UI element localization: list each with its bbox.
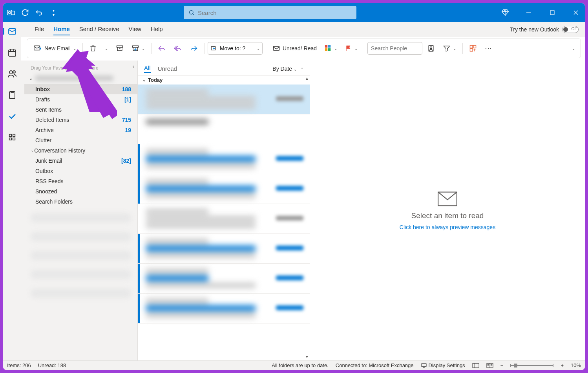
premium-icon[interactable] [499, 7, 511, 18]
scroll-up-icon[interactable]: ▲ [305, 76, 309, 81]
search-input[interactable] [198, 9, 352, 16]
moveto-combo[interactable]: Move to: ? ⌄ [208, 42, 263, 55]
menu-bar: File Home Send / Receive View Help Try t… [3, 22, 585, 37]
close-button[interactable] [570, 7, 582, 18]
group-today[interactable]: ⌄Today [138, 75, 310, 85]
delete-button[interactable] [86, 41, 100, 55]
svg-rect-24 [325, 48, 327, 51]
message-item[interactable] [138, 114, 310, 144]
svg-rect-22 [325, 45, 327, 48]
reply-all-button[interactable] [170, 41, 185, 55]
folder-junk-email[interactable]: Junk Email[82] [24, 156, 137, 166]
zoom-out-icon[interactable]: − [500, 362, 504, 368]
zoom-slider[interactable] [510, 365, 553, 366]
filter-all[interactable]: All [144, 64, 151, 73]
moveto-label: Move to: ? [220, 45, 254, 51]
tab-view[interactable]: View [129, 23, 141, 35]
reply-button[interactable] [155, 41, 169, 55]
message-item[interactable] [138, 204, 310, 234]
filter-unread[interactable]: Unread [158, 65, 177, 72]
search-people-input[interactable] [367, 42, 422, 55]
more-button[interactable]: ⋯ [482, 41, 495, 55]
outlook-logo-icon [6, 8, 16, 17]
zoom-level[interactable]: 10% [571, 362, 581, 368]
rail-mail-icon[interactable] [5, 27, 19, 36]
svg-rect-32 [422, 363, 426, 366]
reading-pane-title: Select an item to read [411, 211, 484, 220]
filter-button[interactable]: ⌄ [440, 41, 459, 55]
reading-pane-link[interactable]: Click here to always preview messages [400, 224, 495, 230]
tab-send-receive[interactable]: Send / Receive [79, 23, 119, 35]
svg-rect-0 [7, 10, 12, 15]
message-item[interactable] [138, 144, 310, 174]
folder-clutter[interactable]: Clutter [24, 135, 137, 145]
search-box[interactable] [184, 6, 356, 19]
view-normal-icon[interactable] [472, 363, 479, 368]
status-unread: Unread: 188 [38, 362, 66, 368]
rail-more-icon[interactable] [5, 133, 19, 141]
delete-dropdown[interactable]: ⌄ [102, 41, 111, 55]
message-item[interactable] [138, 174, 310, 204]
collapse-folder-pane-icon[interactable]: ‹ [133, 64, 134, 69]
message-item[interactable] [138, 85, 310, 114]
rail-calendar-icon[interactable] [5, 48, 19, 57]
archive-button[interactable] [113, 41, 127, 55]
categorize-button[interactable]: ⌄ [321, 41, 340, 55]
folder-sent-items[interactable]: Sent Items [24, 105, 137, 115]
folder-pane: ‹ Drag Your Favorite Folders Here ⌄ Inbo… [24, 61, 137, 360]
toggle-off-label: Off [572, 27, 577, 31]
zoom-in-icon[interactable]: + [561, 362, 564, 368]
svg-point-27 [430, 47, 432, 49]
rail-todo-icon[interactable] [5, 112, 19, 121]
rail-people-icon[interactable] [5, 69, 19, 79]
maximize-button[interactable] [546, 7, 558, 18]
svg-rect-21 [273, 46, 279, 50]
forward-button[interactable] [187, 41, 201, 55]
folder-search-folders[interactable]: Search Folders [24, 197, 137, 207]
scroll-down-icon[interactable]: ▼ [305, 355, 309, 359]
folder-outbox[interactable]: Outbox [24, 166, 137, 176]
unread-read-button[interactable]: Unread/ Read [269, 41, 320, 55]
folder-conversation-history[interactable]: ›Conversation History [24, 145, 137, 156]
view-reading-icon[interactable] [486, 363, 493, 368]
message-item[interactable] [138, 294, 310, 323]
folder-rss-feeds[interactable]: RSS Feeds [24, 176, 137, 186]
tab-file[interactable]: File [35, 23, 44, 35]
sync-icon[interactable] [20, 8, 30, 17]
folder-drafts[interactable]: Drafts[1] [24, 94, 137, 105]
minimize-button[interactable] [523, 7, 535, 18]
svg-point-1 [9, 11, 11, 14]
folder-snoozed[interactable]: Snoozed [24, 186, 137, 197]
flag-button[interactable]: ⌄ [342, 41, 361, 55]
sort-by-date[interactable]: By Date ⌄ [272, 66, 297, 72]
chevron-down-icon: ⌄ [73, 46, 76, 51]
folder-archive[interactable]: Archive19 [24, 125, 137, 135]
account-row[interactable]: ⌄ [24, 74, 137, 83]
tab-help[interactable]: Help [151, 23, 163, 35]
folder-deleted-items[interactable]: Deleted Items715 [24, 115, 137, 125]
svg-rect-30 [470, 49, 473, 51]
try-new-toggle[interactable]: Off [562, 26, 579, 33]
svg-point-10 [13, 71, 15, 73]
addin-button[interactable] [466, 41, 480, 55]
ribbon-collapse-icon[interactable]: ⌄ [572, 46, 575, 51]
qat-dropdown-icon[interactable]: ▾▾ [49, 8, 58, 17]
favorites-hint: Drag Your Favorite Folders Here [24, 62, 137, 74]
title-bar: ▾▾ [3, 3, 585, 22]
message-item[interactable] [138, 264, 310, 294]
move-button[interactable]: ⌄ [128, 41, 148, 55]
svg-rect-25 [328, 48, 331, 51]
rail-tasks-icon[interactable] [5, 90, 19, 100]
display-settings-button[interactable]: Display Settings [421, 362, 465, 369]
address-book-button[interactable] [424, 41, 438, 55]
undo-icon[interactable] [35, 8, 44, 17]
sort-direction-icon[interactable]: ↑ [301, 66, 303, 72]
folder-inbox[interactable]: Inbox188 [24, 84, 137, 94]
new-email-button[interactable]: New Email ⌄ [30, 41, 79, 55]
message-item[interactable] [138, 234, 310, 264]
tab-home[interactable]: Home [53, 23, 70, 35]
svg-point-2 [190, 11, 193, 14]
svg-rect-23 [328, 45, 331, 48]
unread-read-label: Unread/ Read [283, 45, 317, 51]
status-sync: All folders are up to date. [272, 362, 329, 368]
